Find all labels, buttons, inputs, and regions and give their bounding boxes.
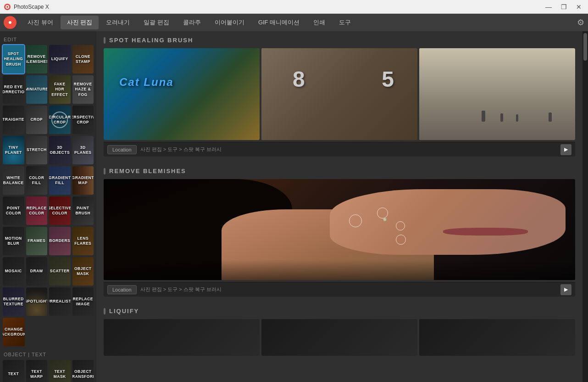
tool-miniature[interactable]: MINIATURE bbox=[26, 75, 48, 104]
remove-blemishes-location-bar: Location 사진 편집 > 도구 > 스팟 복구 브러시 ▶ bbox=[104, 282, 575, 297]
menu-gif-anim[interactable]: GIF 매니메이션 bbox=[252, 16, 306, 29]
tool-stretch[interactable]: STRETCH bbox=[26, 136, 48, 164]
remove-blemishes-title: REMOVE BLEMISHES bbox=[104, 168, 575, 174]
tool-row-3: STRAIGHTEN CROP CIRCULARCROP PERSPECTIVE… bbox=[3, 106, 94, 134]
tool-mosaic[interactable]: MOSAIC bbox=[3, 257, 24, 286]
tool-color-fill[interactable]: COLORFILL bbox=[26, 166, 48, 195]
window-controls[interactable]: — ❐ ✕ bbox=[543, 2, 584, 11]
tool-replace-color[interactable]: REPLACECOLOR bbox=[26, 197, 48, 225]
menu-tools[interactable]: 도구 bbox=[333, 16, 357, 29]
menu-cutout[interactable]: 오려내기 bbox=[100, 16, 136, 29]
tool-row-8: MOSAIC DRAW SCATTER OBJECTMASK bbox=[3, 257, 94, 286]
menu-combine[interactable]: 이어붙이기 bbox=[208, 16, 251, 29]
tool-spotlight[interactable]: SPOTLIGHT bbox=[26, 287, 48, 316]
spot-healing-location-path: 사진 편집 > 도구 > 스팟 복구 브러시 bbox=[140, 146, 557, 153]
tool-remove-haze[interactable]: REMOVEHAZE & FOG bbox=[72, 75, 94, 104]
tool-paint-brush[interactable]: PAINTBRUSH bbox=[72, 197, 94, 225]
tool-3d-planes[interactable]: 3DPLANES bbox=[72, 136, 94, 164]
remove-blemishes-location-path: 사진 편집 > 도구 > 스팟 복구 브러시 bbox=[140, 286, 557, 293]
sidebar: EDIT SPOTHEALINGBRUSH REMOVEBLEMISHES LI… bbox=[0, 31, 96, 382]
svg-point-2 bbox=[6, 6, 8, 8]
spot-healing-location-bar: Location 사진 편집 > 도구 > 스팟 복구 브러시 ▶ bbox=[104, 142, 575, 157]
menu-print[interactable]: 인쇄 bbox=[307, 16, 332, 29]
tool-selective-color[interactable]: SELECTIVECOLOR bbox=[49, 197, 71, 225]
tool-row-7: MOTIONBLUR FRAMES BORDERS LENSFLARES bbox=[3, 227, 94, 255]
app-name: PhotoScape X bbox=[14, 4, 49, 10]
tool-row-1: SPOTHEALINGBRUSH REMOVEBLEMISHES LIQUIFY… bbox=[3, 45, 94, 73]
tool-borders[interactable]: BORDERS bbox=[49, 227, 71, 255]
remove-blemishes-location-btn[interactable]: Location bbox=[107, 285, 137, 294]
edit-section-label: EDIT bbox=[3, 35, 94, 45]
tool-red-eye[interactable]: RED EYECORRECTION bbox=[3, 75, 24, 104]
settings-gear-icon[interactable]: ⚙ bbox=[577, 17, 584, 28]
section-spot-healing: SPOT HEALING BRUSH Cat Luna Cat Luna 8 5 bbox=[104, 37, 575, 157]
tool-row-4: TINYPLANET STRETCH 3DOBJECTS 3DPLANES bbox=[3, 136, 94, 164]
tool-row-2: RED EYECORRECTION MINIATURE FAKEHDR EFFE… bbox=[3, 75, 94, 104]
tool-text[interactable]: TEXT bbox=[3, 360, 24, 382]
tool-object-transform[interactable]: OBJECTTRANSFORM bbox=[72, 360, 94, 382]
tool-row-5: WHITEBALANCE COLORFILL GRADIENTFILL GRAD… bbox=[3, 166, 94, 195]
spot-healing-location-btn[interactable]: Location bbox=[107, 145, 137, 154]
tool-replace-image[interactable]: REPLACEIMAGE bbox=[72, 287, 94, 316]
maximize-button[interactable]: ❐ bbox=[558, 2, 570, 11]
close-button[interactable]: ✕ bbox=[573, 2, 584, 11]
tool-liquify[interactable]: LIQUIFY bbox=[49, 45, 71, 73]
tool-motion-blur[interactable]: MOTIONBLUR bbox=[3, 227, 24, 255]
tool-point-color[interactable]: POINTCOLOR bbox=[3, 197, 24, 225]
tool-gradient-map[interactable]: GRADIENTMAP bbox=[72, 166, 94, 195]
spot-healing-images: Cat Luna Cat Luna 8 5 bbox=[104, 48, 575, 140]
remove-blemishes-play-btn[interactable]: ▶ bbox=[560, 284, 571, 295]
main-area: EDIT SPOTHEALINGBRUSH REMOVEBLEMISHES LI… bbox=[0, 31, 588, 382]
tool-text-mask[interactable]: TEXTMASK bbox=[49, 360, 71, 382]
app-title-area: PhotoScape X bbox=[4, 3, 49, 11]
menu-batch-edit[interactable]: 일괄 편집 bbox=[137, 16, 176, 29]
tool-spot-healing-brush[interactable]: SPOTHEALINGBRUSH bbox=[3, 45, 24, 73]
tool-change-background[interactable]: CHANGEBACKGROUND bbox=[3, 318, 25, 346]
tool-row-10: CHANGEBACKGROUND bbox=[3, 318, 94, 346]
liquify-img-3 bbox=[419, 319, 575, 356]
tool-white-balance[interactable]: WHITEBALANCE bbox=[3, 166, 24, 195]
tool-perspective-crop[interactable]: PERSPECTIVECROP bbox=[72, 106, 94, 134]
tool-gradient-fill[interactable]: GRADIENTFILL bbox=[49, 166, 71, 195]
svg-point-4 bbox=[9, 21, 11, 24]
menu-photo-viewer[interactable]: 사진 뷰어 bbox=[21, 16, 60, 29]
tool-straighten[interactable]: STRAIGHTEN bbox=[3, 106, 24, 134]
blemish-circle-1 bbox=[349, 214, 362, 227]
scrollbar-track[interactable] bbox=[582, 31, 588, 382]
spot-healing-img-1: Cat Luna Cat Luna bbox=[104, 48, 260, 140]
tool-object-mask[interactable]: OBJECTMASK bbox=[72, 257, 94, 286]
liquify-img-2 bbox=[261, 319, 417, 356]
tool-lens-flares[interactable]: LENSFLARES bbox=[72, 227, 94, 255]
minimize-button[interactable]: — bbox=[543, 2, 555, 11]
tool-row-11: TEXT TEXTWARP TEXTMASK OBJECTTRANSFORM bbox=[3, 360, 94, 382]
tool-frames[interactable]: FRAMES bbox=[26, 227, 48, 255]
tool-blurred-texture[interactable]: BLURREDTEXTURE bbox=[3, 287, 24, 316]
content-area: SPOT HEALING BRUSH Cat Luna Cat Luna 8 5 bbox=[96, 31, 582, 382]
tool-remove-blemishes[interactable]: REMOVEBLEMISHES bbox=[26, 45, 48, 73]
tool-3d-objects[interactable]: 3DOBJECTS bbox=[49, 136, 71, 164]
tool-clone-stamp[interactable]: CLONESTAMP bbox=[72, 45, 94, 73]
tool-text-warp[interactable]: TEXTWARP bbox=[26, 360, 48, 382]
app-icon bbox=[4, 3, 11, 11]
title-bar: PhotoScape X — ❐ ✕ bbox=[0, 0, 588, 14]
spot-healing-img-3 bbox=[419, 48, 575, 140]
tool-crop[interactable]: CROP bbox=[26, 106, 48, 134]
spot-healing-play-btn[interactable]: ▶ bbox=[560, 144, 571, 155]
menu-photo-edit[interactable]: 사진 편집 bbox=[61, 16, 99, 29]
tool-scatter[interactable]: SCATTER bbox=[49, 257, 71, 286]
scrollbar-thumb[interactable] bbox=[583, 33, 587, 61]
tool-surrealistic[interactable]: SURREALISTIC bbox=[49, 287, 71, 316]
tool-circular-crop[interactable]: CIRCULARCROP bbox=[49, 106, 71, 134]
tool-tiny-planet[interactable]: TINYPLANET bbox=[3, 136, 24, 164]
liquify-title: LIQUIFY bbox=[104, 308, 575, 315]
section-liquify: LIQUIFY bbox=[104, 308, 575, 356]
tool-draw[interactable]: DRAW bbox=[26, 257, 48, 286]
app-logo bbox=[4, 16, 17, 29]
tool-fake-hdr[interactable]: FAKEHDR EFFECT bbox=[49, 75, 71, 104]
object-text-section-label: OBJECT | TEXT bbox=[3, 350, 94, 360]
section-remove-blemishes: REMOVE BLEMISHES bbox=[104, 168, 575, 297]
blemish-circle-2 bbox=[377, 208, 388, 219]
spot-healing-title: SPOT HEALING BRUSH bbox=[104, 37, 575, 44]
tool-row-6: POINTCOLOR REPLACECOLOR SELECTIVECOLOR P… bbox=[3, 197, 94, 225]
menu-collage[interactable]: 콜라주 bbox=[177, 16, 207, 29]
